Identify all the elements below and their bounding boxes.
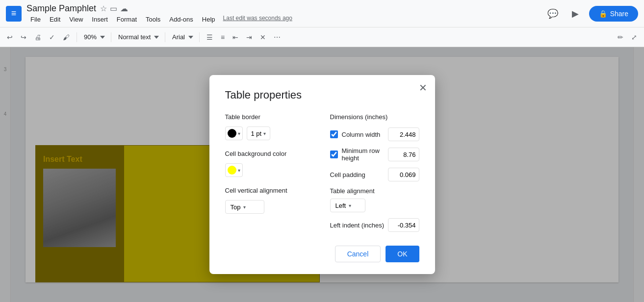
padding-row: Cell padding: [330, 168, 419, 181]
ok-button[interactable]: OK: [386, 246, 419, 262]
divider-3: [165, 32, 165, 42]
app-icon: ≡: [6, 6, 22, 22]
dialog-overlay: ✕ Table properties Table border ▾ 1 pt ▾: [0, 47, 644, 302]
bg-section: Cell background color ▾: [225, 150, 314, 177]
share-button[interactable]: 🔒 Share: [589, 6, 638, 22]
title-icons: ☆ ▭ ☁: [100, 4, 128, 13]
content-area: 34 Insert Text ✕ Table properties Table …: [0, 47, 644, 302]
border-color-arrow: ▾: [238, 131, 240, 136]
top-right: 💬 ▶ 🔒 Share: [544, 5, 638, 23]
top-bar: ≡ Sample Pamphlet ☆ ▭ ☁ File Edit View I…: [0, 0, 644, 27]
print-button[interactable]: 🖨: [31, 31, 44, 43]
doc-title-area: Sample Pamphlet ☆ ▭ ☁ File Edit View Ins…: [26, 3, 292, 24]
bg-swatch-row: ▾: [225, 163, 314, 177]
cloud-icon[interactable]: ☁: [120, 4, 128, 13]
dialog-close-button[interactable]: ✕: [419, 83, 427, 93]
padding-label: Cell padding: [330, 171, 388, 178]
border-size-button[interactable]: 1 pt ▾: [247, 126, 271, 140]
border-size-arrow: ▾: [263, 131, 266, 136]
align-label: Table alignment: [330, 187, 419, 195]
min-row-checkbox[interactable]: [330, 151, 338, 158]
dialog-title: Table properties: [225, 89, 419, 101]
cancel-button[interactable]: Cancel: [335, 246, 381, 262]
menu-edit[interactable]: Edit: [46, 15, 64, 24]
share-lock-icon: 🔒: [599, 10, 607, 18]
comments-button[interactable]: 💬: [544, 5, 562, 23]
min-row-input[interactable]: [388, 148, 419, 161]
dialog-right-panel: Dimensions (inches) Column width Minimum…: [330, 113, 419, 232]
present-button[interactable]: ▶: [567, 5, 584, 23]
min-row-row: Minimum row height: [330, 147, 419, 162]
style-select[interactable]: Normal text: [115, 32, 161, 42]
dialog-left-panel: Table border ▾ 1 pt ▾ Cell background co…: [225, 113, 314, 232]
list-btn[interactable]: ☰: [204, 31, 216, 43]
menu-view[interactable]: View: [65, 15, 87, 24]
pen-btn[interactable]: ✏: [615, 31, 626, 43]
toolbar: ↩ ↪ 🖨 ✓ 🖌 90% Normal text Arial ☰ ≡ ⇤ ⇥ …: [0, 27, 644, 47]
border-row: ▾ 1 pt ▾: [225, 126, 314, 140]
va-section: Cell vertical alignment Top ▾: [225, 187, 314, 214]
col-width-row: Column width: [330, 127, 419, 141]
border-swatch: [228, 129, 236, 138]
indent-btn[interactable]: ⇥: [243, 31, 255, 43]
align-select-button[interactable]: Left ▾: [330, 199, 365, 212]
border-label: Table border: [225, 113, 314, 121]
expand-btn[interactable]: ⤢: [628, 31, 640, 43]
menu-format[interactable]: Format: [113, 15, 141, 24]
va-value: Top: [231, 203, 241, 211]
font-select[interactable]: Arial: [169, 32, 195, 42]
bg-label: Cell background color: [225, 150, 314, 157]
col-width-label: Column width: [342, 131, 384, 138]
divider-2: [111, 32, 111, 42]
border-size-value: 1 pt: [251, 130, 262, 137]
menu-insert[interactable]: Insert: [88, 15, 112, 24]
redo-button[interactable]: ↪: [18, 31, 29, 43]
doc-title: Sample Pamphlet: [26, 3, 96, 14]
va-arrow: ▾: [243, 204, 246, 210]
bg-color-arrow: ▾: [238, 168, 240, 173]
dialog-body: Table border ▾ 1 pt ▾ Cell background co…: [225, 113, 419, 232]
dialog-footer: Cancel OK: [225, 246, 419, 262]
menu-file[interactable]: File: [26, 15, 45, 24]
outdent-btn[interactable]: ⇤: [230, 31, 241, 43]
padding-input[interactable]: [388, 168, 419, 181]
border-color-button[interactable]: ▾: [225, 126, 243, 140]
menu-bar: File Edit View Insert Format Tools Add-o…: [26, 15, 292, 24]
col-width-input[interactable]: [388, 127, 419, 141]
dim-label: Dimensions (inches): [330, 113, 419, 121]
min-row-label: Minimum row height: [342, 147, 384, 162]
more-btn[interactable]: ⋯: [271, 31, 283, 43]
divider-4: [199, 32, 200, 42]
table-properties-dialog: ✕ Table properties Table border ▾ 1 pt ▾: [209, 75, 435, 274]
menu-tools[interactable]: Tools: [142, 15, 164, 24]
indent-label: Left indent (inches): [330, 222, 388, 229]
star-icon[interactable]: ☆: [100, 4, 107, 13]
align-arrow: ▾: [349, 203, 351, 208]
indent-row: Left indent (inches): [330, 218, 419, 232]
spellcheck-button[interactable]: ✓: [46, 31, 58, 43]
zoom-select[interactable]: 90%: [81, 32, 107, 42]
divider-1: [77, 32, 77, 42]
folder-icon[interactable]: ▭: [110, 4, 117, 13]
paint-format-button[interactable]: 🖌: [60, 31, 73, 43]
menu-addons[interactable]: Add-ons: [165, 15, 197, 24]
bg-swatch: [228, 166, 236, 175]
align-value: Left: [335, 202, 346, 209]
last-edit: Last edit was seconds ago: [223, 15, 292, 24]
indent-input[interactable]: [388, 218, 419, 232]
ordered-list-btn[interactable]: ≡: [218, 31, 228, 43]
va-label: Cell vertical alignment: [225, 187, 314, 194]
undo-button[interactable]: ↩: [4, 31, 16, 43]
va-select-button[interactable]: Top ▾: [225, 200, 264, 214]
menu-help[interactable]: Help: [198, 15, 219, 24]
col-width-checkbox[interactable]: [330, 130, 338, 138]
bg-color-button[interactable]: ▾: [225, 163, 243, 177]
clear-format-btn[interactable]: ✕: [257, 31, 269, 43]
